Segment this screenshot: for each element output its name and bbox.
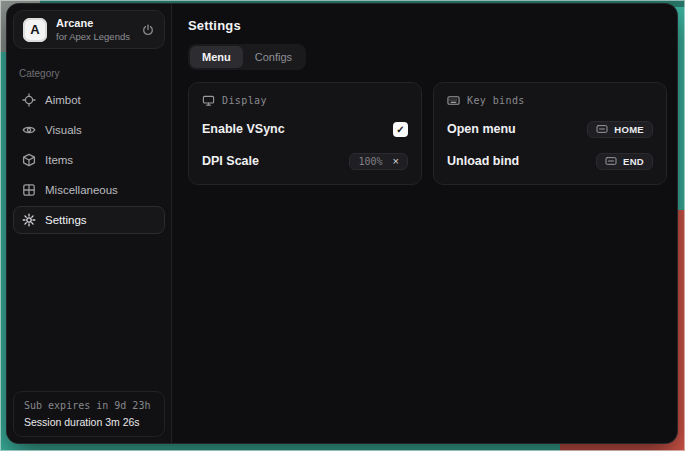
monitor-icon [202,94,215,107]
tab-configs[interactable]: Configs [243,46,304,68]
vsync-checkbox[interactable]: ✓ [393,122,408,137]
keybinds-card-title: Key binds [467,95,525,106]
sidebar-item-aimbot[interactable]: Aimbot [13,86,165,114]
brand-subtitle: for Apex Legends [56,31,130,42]
clear-icon[interactable]: × [393,156,399,167]
keyboard-icon [447,94,460,107]
dpi-label: DPI Scale [202,154,259,168]
vsync-label: Enable VSync [202,122,285,136]
display-card-title: Display [222,95,267,106]
open-menu-keybind[interactable]: HOME [587,121,653,138]
unload-label: Unload bind [447,154,519,168]
sidebar-item-label: Visuals [45,124,82,136]
dpi-scale-value: 100% [358,156,382,167]
keyboard-icon [605,156,617,166]
display-card: Display Enable VSync ✓ DPI Scale 100% × [188,82,422,185]
power-button[interactable] [141,23,155,37]
cube-icon [22,153,36,167]
sidebar-item-label: Aimbot [45,94,81,106]
sidebar-item-visuals[interactable]: Visuals [13,116,165,144]
sidebar-item-miscellaneous[interactable]: Miscellaneous [13,176,165,204]
setting-row-vsync: Enable VSync ✓ [202,119,408,139]
sidebar-nav: Aimbot Visuals [7,86,171,234]
tab-menu[interactable]: Menu [190,46,243,68]
sidebar: A Arcane for Apex Legends Category [7,4,172,443]
dpi-scale-input[interactable]: 100% × [349,153,408,170]
setting-row-unload: Unload bind END [447,151,653,171]
brand-card: A Arcane for Apex Legends [13,10,165,49]
brand-title: Arcane [56,17,130,29]
setting-row-dpi: DPI Scale 100% × [202,151,408,171]
setting-row-open-menu: Open menu HOME [447,119,653,139]
subscription-expiry: Sub expires in 9d 23h [24,400,154,411]
unload-key: END [623,156,644,167]
keybinds-card: Key binds Open menu HOME [433,82,667,185]
category-label: Category [19,68,159,79]
session-card: Sub expires in 9d 23h Session duration 3… [13,391,165,437]
checkmark-icon: ✓ [396,124,404,135]
keybinds-card-header: Key binds [447,94,653,107]
session-duration: Session duration 3m 26s [24,416,154,428]
sidebar-item-label: Settings [45,214,87,226]
arcane-logo: A [23,18,47,42]
keyboard-icon [596,124,608,134]
crosshair-icon [22,93,36,107]
sidebar-item-items[interactable]: Items [13,146,165,174]
brand-text: Arcane for Apex Legends [56,17,130,42]
grid-icon [22,183,36,197]
app-window: A Arcane for Apex Legends Category [7,4,677,443]
sidebar-item-label: Miscellaneous [45,184,118,196]
tab-bar: Menu Configs [188,44,306,70]
sidebar-item-label: Items [45,154,73,166]
page-title: Settings [188,18,667,33]
eye-icon [22,123,36,137]
open-menu-label: Open menu [447,122,516,136]
open-menu-key: HOME [614,124,644,135]
main-content: Settings Menu Configs Display [172,4,677,443]
unload-keybind[interactable]: END [596,153,653,170]
settings-cards: Display Enable VSync ✓ DPI Scale 100% × [188,82,667,185]
sidebar-item-settings[interactable]: Settings [13,206,165,234]
gear-icon [22,213,36,227]
power-icon [141,23,155,37]
display-card-header: Display [202,94,408,107]
